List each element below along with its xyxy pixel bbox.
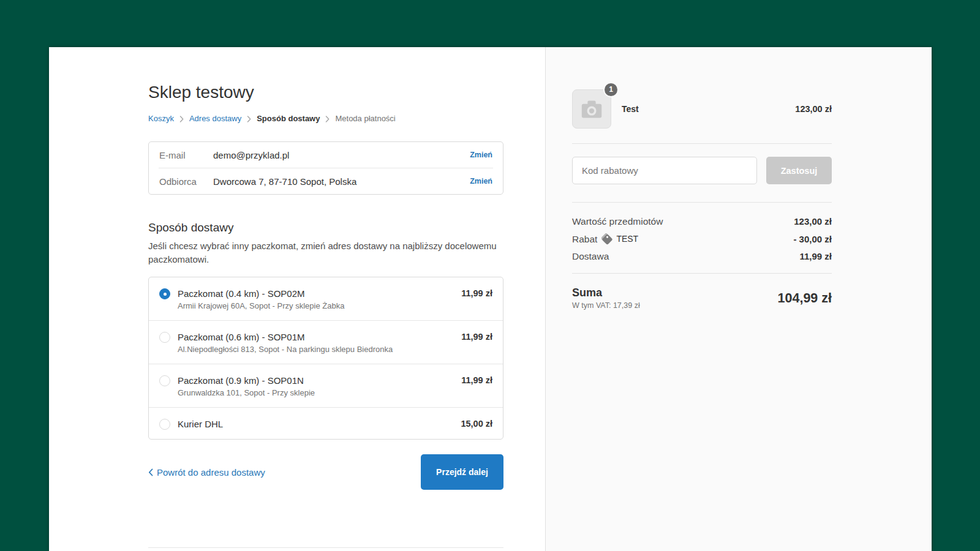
change-email-link[interactable]: Zmień — [470, 151, 492, 159]
option-label: Paczkomat (0.9 km) - SOP01N — [178, 374, 451, 387]
shipping-option-sop01m[interactable]: Paczkomat (0.6 km) - SOP01M Al.Niepodleg… — [149, 320, 503, 364]
totals-list: Wartość przedmiotów 123,00 zł Rabat — [572, 215, 832, 263]
breadcrumb-payment-method: Metoda płatności — [335, 113, 395, 124]
radio-icon[interactable] — [159, 419, 170, 430]
option-detail: Al.Niepodległości 813, Sopot - Na parkin… — [178, 343, 451, 355]
checkout-main: Sklep testowy Koszyk Adres dostawy Sposó… — [49, 47, 545, 551]
option-detail: Armii Krajowej 60A, Sopot - Przy sklepie… — [178, 300, 451, 312]
shipping-method-description: Jeśli chcesz wybrać inny paczkomat, zmie… — [148, 239, 503, 266]
checkout-panel: Sklep testowy Koszyk Adres dostawy Sposó… — [49, 47, 932, 551]
review-row-recipient: Odbiorca Dworcowa 7, 87-710 Sopot, Polsk… — [149, 168, 503, 194]
grand-total-value: 104,99 zł — [778, 291, 832, 306]
camera-icon — [581, 100, 603, 119]
subtotal-line: Wartość przedmiotów 123,00 zł — [572, 215, 832, 228]
option-label: Paczkomat (0.4 km) - SOP02M — [178, 287, 451, 300]
radio-selected-icon[interactable] — [159, 288, 170, 299]
product-price: 123,00 zł — [795, 104, 832, 114]
discount-code-input[interactable] — [572, 157, 757, 184]
option-label: Paczkomat (0.6 km) - SOP01M — [178, 331, 451, 343]
back-to-address-link[interactable]: Powrót do adresu dostawy — [148, 467, 265, 478]
chevron-right-icon — [179, 116, 184, 122]
product-row: 1 Test 123,00 zł — [572, 89, 832, 129]
discount-label: Rabat — [572, 233, 597, 246]
grand-total-label: Suma — [572, 286, 640, 300]
shipping-options: Paczkomat (0.4 km) - SOP02M Armii Krajow… — [148, 277, 503, 440]
review-row-email: E-mail demo@przyklad.pl Zmień — [149, 142, 503, 168]
option-price: 15,00 zł — [461, 418, 492, 430]
discount-value: - 30,00 zł — [793, 233, 832, 246]
option-label: Kurier DHL — [178, 418, 451, 430]
discount-code: TEST — [616, 233, 638, 246]
option-detail: Grunwaldzka 101, Sopot - Przy sklepie — [178, 387, 451, 399]
summary-divider — [572, 143, 832, 144]
radio-icon[interactable] — [159, 375, 170, 386]
email-value: demo@przyklad.pl — [213, 150, 470, 160]
shipping-option-sop01n[interactable]: Paczkomat (0.9 km) - SOP01N Grunwaldzka … — [149, 364, 503, 407]
option-price: 11,99 zł — [461, 374, 492, 387]
actions-row: Powrót do adresu dostawy Przejdź dalej — [148, 454, 503, 490]
discount-tag-icon — [601, 233, 613, 245]
apply-discount-button[interactable]: Zastosuj — [766, 157, 832, 184]
option-price: 11,99 zł — [461, 331, 492, 343]
summary-divider — [572, 273, 832, 274]
email-label: E-mail — [159, 150, 213, 160]
subtotal-label: Wartość przedmiotów — [572, 215, 663, 228]
order-summary: 1 Test 123,00 zł Zastosuj Wartość przedm… — [545, 47, 932, 551]
shipping-value: 11,99 zł — [799, 250, 832, 263]
radio-icon[interactable] — [159, 332, 170, 343]
breadcrumb-shipping-address[interactable]: Adres dostawy — [189, 113, 241, 124]
product-name: Test — [622, 104, 795, 114]
change-address-link[interactable]: Zmień — [470, 177, 492, 186]
discount-line: Rabat TEST - 3 — [572, 233, 832, 246]
shipping-method-title: Sposób dostawy — [148, 220, 503, 235]
recipient-value: Dworcowa 7, 87-710 Sopot, Polska — [213, 176, 470, 187]
grand-total-row: Suma W tym VAT: 17,39 zł 104,99 zł — [572, 286, 832, 311]
subtotal-value: 123,00 zł — [794, 215, 832, 228]
shipping-option-sop02m[interactable]: Paczkomat (0.4 km) - SOP02M Armii Krajow… — [149, 277, 503, 320]
continue-button[interactable]: Przejdź dalej — [421, 454, 503, 490]
discount-row: Zastosuj — [572, 157, 832, 184]
shipping-label: Dostawa — [572, 250, 609, 263]
shipping-line: Dostawa 11,99 zł — [572, 250, 832, 263]
quantity-badge: 1 — [605, 83, 617, 96]
chevron-left-icon — [148, 468, 153, 476]
option-price: 11,99 zł — [461, 287, 492, 300]
shipping-option-kurier-dhl[interactable]: Kurier DHL 15,00 zł — [149, 407, 503, 439]
chevron-right-icon — [325, 116, 330, 122]
store-name: Sklep testowy — [148, 82, 503, 103]
breadcrumb-shipping-method: Sposób dostawy — [257, 113, 320, 124]
back-link-label: Powrót do adresu dostawy — [157, 467, 265, 478]
footer-divider — [148, 547, 503, 548]
vat-note: W tym VAT: 17,39 zł — [572, 301, 640, 311]
product-thumbnail — [572, 89, 611, 129]
breadcrumb: Koszyk Adres dostawy Sposób dostawy Meto… — [148, 113, 503, 124]
chevron-right-icon — [247, 116, 251, 122]
breadcrumb-cart[interactable]: Koszyk — [148, 113, 174, 124]
review-box: E-mail demo@przyklad.pl Zmień Odbiorca D… — [148, 141, 503, 195]
recipient-label: Odbiorca — [159, 176, 213, 187]
summary-divider — [572, 202, 832, 203]
